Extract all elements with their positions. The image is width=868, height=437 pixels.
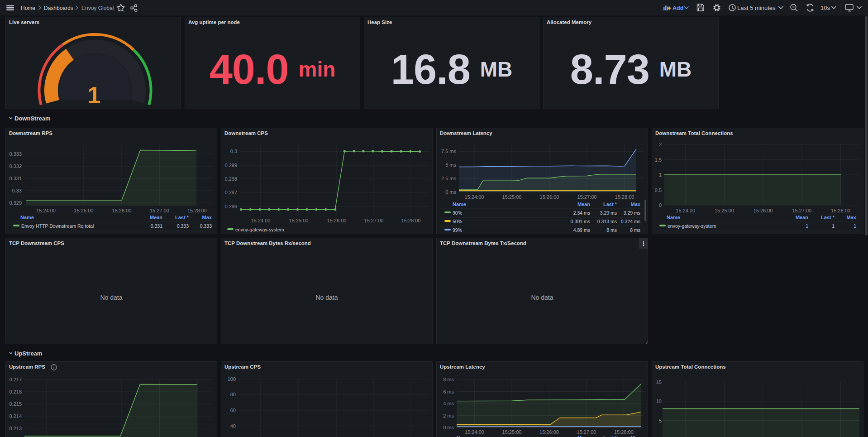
svg-text:8 ms: 8 ms — [606, 227, 617, 233]
svg-text:4 ms: 4 ms — [443, 401, 454, 406]
svg-text:15:28:00: 15:28:00 — [831, 208, 850, 213]
svg-text:0.216: 0.216 — [9, 389, 22, 394]
svg-text:6 ms: 6 ms — [443, 389, 454, 394]
svg-text:15:25:00: 15:25:00 — [289, 218, 309, 223]
svg-text:Mean: Mean — [577, 435, 590, 437]
svg-text:15:28:00: 15:28:00 — [615, 194, 634, 200]
svg-text:1: 1 — [854, 223, 856, 229]
svg-text:80: 80 — [230, 392, 236, 397]
svg-text:0.333: 0.333 — [9, 151, 22, 157]
svg-text:15:25:00: 15:25:00 — [502, 429, 522, 435]
svg-text:15:26:00: 15:26:00 — [754, 208, 773, 213]
svg-text:15:25:00: 15:25:00 — [715, 208, 734, 213]
svg-text:0: 0 — [659, 202, 662, 208]
svg-text:0.299: 0.299 — [224, 163, 237, 168]
svg-text:10s: 10s — [820, 5, 830, 11]
svg-text:Last *: Last * — [603, 435, 617, 437]
svg-text:0.33: 0.33 — [12, 188, 22, 193]
svg-text:1: 1 — [806, 223, 808, 229]
svg-text:0.297: 0.297 — [224, 190, 237, 195]
svg-text:90%: 90% — [453, 210, 462, 216]
svg-text:15:25:00: 15:25:00 — [502, 194, 522, 200]
svg-text:1: 1 — [832, 223, 835, 229]
svg-text:15:27:00: 15:27:00 — [577, 194, 597, 200]
svg-text:10: 10 — [656, 399, 662, 404]
svg-text:15:24:00: 15:24:00 — [465, 194, 484, 200]
svg-text:0.324 ms: 0.324 ms — [621, 219, 640, 224]
svg-text:2.34 ms: 2.34 ms — [573, 210, 590, 216]
svg-text:2.5 ms: 2.5 ms — [441, 176, 457, 181]
svg-text:0.313 ms: 0.313 ms — [597, 219, 617, 224]
svg-text:15:24:00: 15:24:00 — [251, 218, 271, 223]
svg-text:4.89 ms: 4.89 ms — [573, 227, 590, 233]
svg-text:15:27:00: 15:27:00 — [364, 218, 384, 223]
svg-text:8 ms: 8 ms — [443, 377, 454, 382]
svg-text:7.5 ms: 7.5 ms — [441, 149, 457, 154]
svg-text:Last 5 minutes: Last 5 minutes — [737, 5, 776, 11]
svg-text:99%: 99% — [453, 227, 462, 233]
svg-text:1.5: 1.5 — [655, 157, 662, 163]
svg-text:Mean: Mean — [796, 215, 808, 220]
svg-text:15:26:00: 15:26:00 — [540, 194, 559, 200]
svg-text:Last *: Last * — [175, 215, 189, 220]
svg-text:15:26:00: 15:26:00 — [327, 218, 347, 223]
svg-text:0.333: 0.333 — [200, 223, 212, 229]
svg-text:Mean: Mean — [150, 215, 162, 220]
svg-text:15:26:00: 15:26:00 — [539, 429, 559, 435]
svg-text:40: 40 — [230, 423, 236, 429]
svg-text:Name: Name — [457, 435, 470, 437]
svg-text:Add: Add — [672, 5, 683, 11]
svg-text:0.333: 0.333 — [177, 223, 189, 229]
svg-text:Envoy HTTP Downstream Rq total: Envoy HTTP Downstream Rq total — [21, 223, 94, 229]
svg-text:5 ms: 5 ms — [445, 162, 456, 168]
svg-text:Max: Max — [631, 435, 641, 437]
svg-text:15:26:00: 15:26:00 — [112, 208, 132, 213]
svg-text:1: 1 — [88, 82, 101, 108]
svg-text:0.296: 0.296 — [224, 204, 237, 209]
svg-text:0.214: 0.214 — [9, 413, 22, 419]
svg-text:0.5: 0.5 — [655, 187, 662, 193]
svg-text:0.301 ms: 0.301 ms — [571, 219, 590, 224]
svg-text:Max: Max — [631, 202, 641, 207]
svg-text:0.298: 0.298 — [224, 176, 237, 182]
svg-text:Name: Name — [667, 215, 680, 220]
svg-text:envoy-gateway-system: envoy-gateway-system — [235, 227, 284, 232]
svg-text:0.217: 0.217 — [9, 377, 22, 382]
svg-text:0.215: 0.215 — [9, 401, 22, 407]
svg-text:0.213: 0.213 — [9, 426, 22, 431]
svg-text:0.331: 0.331 — [9, 176, 22, 181]
svg-text:15:27:00: 15:27:00 — [792, 208, 811, 213]
svg-text:0.3: 0.3 — [230, 149, 237, 154]
svg-text:1: 1 — [659, 172, 662, 178]
svg-text:15:27:00: 15:27:00 — [150, 208, 169, 213]
svg-text:Last *: Last * — [821, 215, 835, 220]
svg-text:8 ms: 8 ms — [630, 227, 640, 233]
svg-text:Mean: Mean — [577, 202, 590, 207]
svg-text:2 ms: 2 ms — [443, 413, 454, 418]
svg-text:15:28:00: 15:28:00 — [614, 429, 634, 435]
svg-text:3.29 ms: 3.29 ms — [624, 210, 640, 216]
svg-text:5: 5 — [659, 418, 662, 423]
svg-text:Name: Name — [20, 215, 34, 220]
svg-text:15: 15 — [656, 379, 662, 385]
svg-text:Max: Max — [847, 215, 857, 220]
svg-text:0.331: 0.331 — [151, 223, 162, 229]
svg-text:60: 60 — [230, 408, 236, 413]
svg-text:15:24:00: 15:24:00 — [465, 429, 484, 435]
svg-text:0.329: 0.329 — [9, 200, 22, 206]
svg-text:envoy-gateway-system: envoy-gateway-system — [668, 223, 716, 229]
svg-text:50%: 50% — [453, 219, 462, 224]
svg-text:3.29 ms: 3.29 ms — [600, 210, 617, 216]
svg-text:15:24:00: 15:24:00 — [36, 208, 56, 213]
svg-text:15:27:00: 15:27:00 — [577, 429, 596, 435]
svg-text:Max: Max — [202, 215, 212, 220]
svg-text:2: 2 — [659, 142, 662, 147]
svg-text:Name: Name — [453, 202, 466, 207]
svg-text:100: 100 — [228, 376, 236, 382]
svg-text:0.332: 0.332 — [9, 163, 22, 169]
svg-text:15:24:00: 15:24:00 — [676, 208, 695, 213]
svg-text:15:28:00: 15:28:00 — [401, 218, 421, 223]
svg-text:Last *: Last * — [603, 202, 617, 207]
svg-text:15:25:00: 15:25:00 — [74, 208, 94, 213]
svg-text:15:28:00: 15:28:00 — [187, 208, 207, 213]
